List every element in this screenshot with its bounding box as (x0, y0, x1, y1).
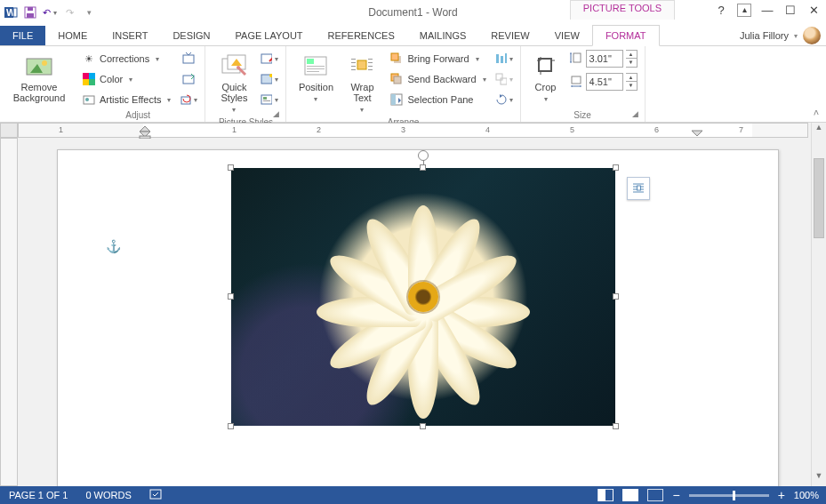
resize-handle-e[interactable] (613, 293, 619, 300)
picture-effects-button[interactable] (261, 70, 278, 88)
resize-handle-se[interactable] (613, 423, 619, 429)
tab-review[interactable]: REVIEW (478, 26, 541, 45)
document-page[interactable]: ⚓ (57, 149, 779, 486)
align-button[interactable] (495, 50, 513, 68)
resize-handle-sw[interactable] (228, 423, 234, 429)
wrap-text-button[interactable]: Wrap Text▾ (343, 50, 381, 116)
tab-file[interactable]: FILE (0, 26, 45, 45)
tab-references[interactable]: REFERENCES (316, 26, 407, 45)
selection-pane-label: Selection Pane (407, 94, 473, 105)
resize-handle-s[interactable] (420, 423, 426, 429)
user-account[interactable]: Julia Fillory ▾ (740, 27, 821, 44)
send-backward-button[interactable]: Send Backward▾ (386, 70, 489, 88)
svg-rect-10 (89, 73, 95, 79)
height-spinner[interactable]: ▲▼ (626, 50, 638, 68)
minimize-icon[interactable]: — (760, 4, 774, 17)
picture-border-button[interactable] (261, 50, 278, 68)
height-up[interactable]: ▲ (626, 51, 637, 59)
rotate-button[interactable] (495, 91, 513, 108)
height-input[interactable] (586, 50, 623, 68)
height-down[interactable]: ▼ (626, 59, 637, 67)
group-button[interactable] (495, 70, 513, 88)
svg-rect-60 (638, 186, 641, 190)
tab-home[interactable]: HOME (45, 26, 100, 45)
picture-styles-launcher[interactable]: ◢ (273, 109, 284, 120)
zoom-slider[interactable] (689, 494, 769, 497)
tab-format[interactable]: FORMAT (592, 25, 660, 46)
title-bar: W ↶ ↷ ▾ Document1 - Word PICTURE TOOLS ?… (0, 0, 826, 25)
qat-customize-icon[interactable]: ▾ (82, 5, 96, 20)
web-layout-icon[interactable] (647, 489, 663, 501)
scroll-thumb[interactable] (814, 158, 824, 238)
print-layout-icon[interactable] (622, 489, 638, 501)
zoom-level[interactable]: 100% (794, 490, 819, 500)
svg-rect-12 (89, 79, 95, 85)
bring-forward-button[interactable]: Bring Forward▾ (386, 50, 489, 68)
picture-layout-button[interactable] (261, 91, 278, 108)
tab-page-layout[interactable]: PAGE LAYOUT (223, 26, 316, 45)
horizontal-ruler[interactable]: 1 1 2 3 4 5 6 7 (18, 123, 808, 138)
word-count[interactable]: 0 WORDS (76, 490, 140, 500)
svg-rect-4 (28, 7, 33, 11)
resize-handle-ne[interactable] (613, 164, 619, 171)
svg-rect-51 (496, 74, 502, 80)
height-icon (569, 51, 583, 67)
resize-handle-w[interactable] (228, 293, 234, 300)
scroll-down-icon[interactable]: ▼ (812, 471, 826, 486)
svg-point-21 (237, 66, 240, 69)
width-spinner[interactable]: ▲▼ (626, 73, 638, 91)
vertical-scrollbar[interactable]: ▲ ▼ (811, 123, 826, 486)
proofing-icon[interactable] (140, 489, 172, 501)
width-field[interactable]: ▲▼ (569, 73, 638, 91)
crop-button[interactable]: Crop▾ (528, 50, 564, 105)
artistic-effects-button[interactable]: Artistic Effects (78, 91, 174, 108)
help-icon[interactable]: ? (714, 4, 728, 17)
reset-picture-button[interactable] (180, 91, 197, 108)
svg-rect-38 (368, 59, 373, 60)
picture-content (231, 168, 615, 426)
position-button[interactable]: Position▾ (293, 50, 338, 105)
width-input[interactable] (586, 73, 623, 91)
svg-rect-26 (263, 97, 267, 100)
scroll-up-icon[interactable]: ▲ (812, 123, 826, 138)
layout-options-button[interactable] (627, 177, 650, 200)
color-button[interactable]: Color (78, 70, 174, 88)
change-picture-button[interactable] (180, 70, 197, 88)
tab-design[interactable]: DESIGN (160, 26, 222, 45)
size-launcher[interactable]: ◢ (632, 109, 643, 120)
indent-marker-right[interactable] (691, 130, 703, 139)
compress-pictures-button[interactable] (180, 50, 197, 68)
indent-marker-left[interactable] (139, 124, 151, 139)
wrap-text-icon (348, 52, 376, 80)
maximize-icon[interactable]: ☐ (783, 4, 798, 17)
zoom-thumb[interactable] (733, 491, 735, 500)
redo-icon[interactable]: ↷ (62, 5, 76, 20)
contextual-tab-label: PICTURE TOOLS (570, 0, 675, 20)
width-down[interactable]: ▼ (626, 82, 637, 90)
remove-background-label: Remove Background (7, 82, 71, 103)
tab-mailings[interactable]: MAILINGS (407, 26, 479, 45)
zoom-out-button[interactable]: − (672, 488, 679, 502)
quick-styles-button[interactable]: Quick Styles▾ (213, 50, 255, 116)
tab-view[interactable]: VIEW (542, 26, 592, 45)
save-icon[interactable] (23, 5, 37, 20)
selection-pane-button[interactable]: Selection Pane (386, 91, 489, 108)
undo-icon[interactable]: ↶ (43, 5, 57, 20)
read-mode-icon[interactable] (597, 489, 613, 501)
close-icon[interactable]: ✕ (806, 4, 821, 17)
width-up[interactable]: ▲ (626, 74, 637, 82)
selected-picture[interactable] (231, 168, 615, 426)
corrections-button[interactable]: ☀Corrections (78, 50, 174, 68)
resize-handle-n[interactable] (420, 164, 426, 171)
crop-icon (532, 52, 560, 80)
vertical-ruler[interactable] (0, 138, 18, 486)
zoom-in-button[interactable]: + (778, 488, 785, 502)
ribbon-display-icon[interactable]: ▴ (737, 4, 751, 17)
height-field[interactable]: ▲▼ (569, 50, 638, 68)
remove-background-button[interactable]: Remove Background (7, 50, 71, 103)
resize-handle-nw[interactable] (228, 164, 234, 171)
collapse-ribbon-icon[interactable]: ʌ (814, 107, 819, 116)
page-indicator[interactable]: PAGE 1 OF 1 (0, 490, 76, 500)
tab-insert[interactable]: INSERT (100, 26, 160, 45)
rotate-handle[interactable] (418, 150, 429, 161)
